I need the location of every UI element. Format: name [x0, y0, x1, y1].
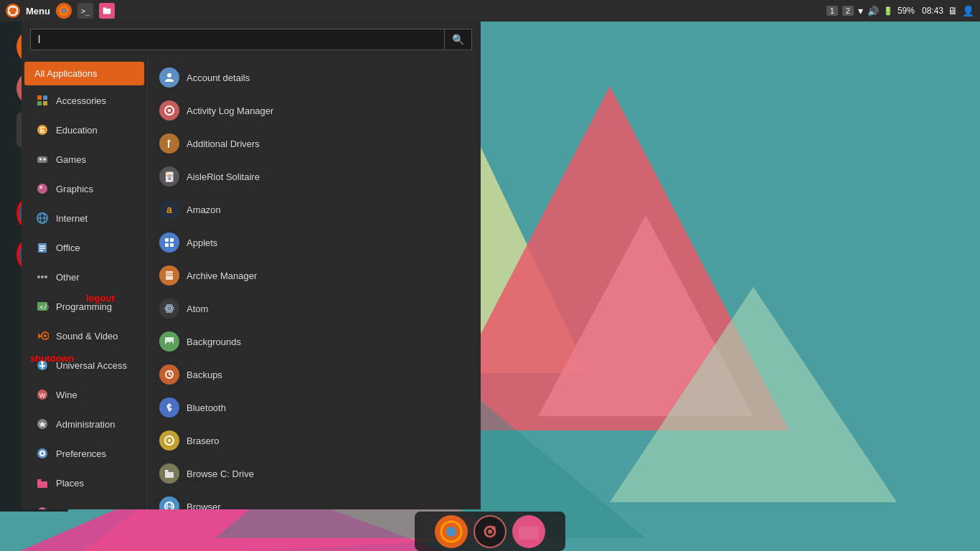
panel-terminal-icon[interactable]: >_ [77, 3, 93, 19]
user-icon: 👤 [962, 5, 974, 17]
app-backups[interactable]: Backups [148, 358, 481, 391]
app-name: Amazon [187, 204, 221, 215]
category-universal-access[interactable]: Universal Access [24, 351, 144, 380]
ubuntu-logo [6, 4, 20, 18]
svg-rect-33 [43, 101, 47, 105]
categories-panel: All Applications Accessories [22, 57, 147, 509]
svg-rect-88 [165, 472, 174, 478]
svg-rect-66 [37, 481, 47, 488]
app-icon [159, 100, 179, 121]
accessories-icon [34, 93, 50, 108]
app-applets[interactable]: Applets [148, 226, 481, 259]
app-amazon[interactable]: a Amazon [148, 193, 481, 226]
svg-point-82 [169, 308, 171, 310]
svg-rect-74 [165, 243, 169, 247]
app-name: Backups [187, 369, 222, 380]
svg-text:E: E [40, 126, 45, 134]
category-places[interactable]: Places [24, 468, 144, 497]
category-administration[interactable]: Administration [24, 410, 144, 438]
search-input[interactable] [30, 29, 445, 50]
clock: 08:43 [922, 6, 943, 16]
app-icon [159, 133, 179, 154]
app-icon: 🃏 [159, 166, 179, 187]
app-atom[interactable]: Atom [148, 292, 481, 325]
category-label: Programming [56, 301, 112, 312]
app-brasero[interactable]: Brasero [148, 424, 481, 457]
app-backgrounds[interactable]: Backgrounds [148, 325, 481, 358]
category-label: Internet [56, 213, 88, 224]
app-browse-c-drive[interactable]: Browse C: Drive [148, 457, 481, 490]
app-name: Bluetooth [187, 402, 226, 413]
menu-label[interactable]: Menu [26, 6, 50, 17]
category-games[interactable]: Games [24, 145, 144, 174]
panel-firefox-icon[interactable] [56, 3, 72, 19]
category-other[interactable]: Other [24, 263, 144, 291]
app-bluetooth[interactable]: Bluetooth [148, 391, 481, 424]
category-internet[interactable]: Internet [24, 204, 144, 232]
search-bar: 🔍 [22, 22, 481, 57]
menu-content: All Applications Accessories [22, 57, 481, 509]
category-office[interactable]: Office [24, 233, 144, 262]
app-icon [159, 430, 179, 451]
category-graphics[interactable]: Graphics [24, 174, 144, 203]
svg-rect-31 [43, 95, 47, 100]
app-additional-drivers[interactable]: Additional Drivers [148, 127, 481, 160]
administration-icon [34, 416, 50, 432]
app-name: Browser [187, 501, 221, 510]
category-recent-files[interactable]: Recent Files [24, 498, 144, 509]
category-preferences[interactable]: Preferences [24, 439, 144, 468]
svg-point-103 [488, 529, 492, 534]
panel-menu[interactable]: Menu >_ [0, 0, 121, 22]
office-icon [34, 240, 50, 255]
taskbar-camera[interactable] [473, 515, 507, 548]
display-icon: 🖥 [948, 5, 958, 17]
app-name: Brasero [187, 435, 220, 446]
workspace-1[interactable]: 1 [826, 6, 838, 16]
games-icon [34, 151, 50, 167]
app-icon [159, 67, 179, 88]
app-aisleriot-solitaire[interactable]: 🃏 AisleRiot Solitaire [148, 160, 481, 193]
app-name: Applets [187, 237, 217, 248]
category-programming[interactable]: </> Programming [24, 292, 144, 321]
search-button[interactable]: 🔍 [445, 29, 472, 50]
taskbar-files[interactable] [512, 515, 545, 548]
svg-rect-75 [170, 243, 174, 247]
category-education[interactable]: E Education [24, 116, 144, 144]
svg-point-71 [168, 109, 171, 112]
app-browser[interactable]: Browser [148, 490, 481, 509]
graphics-icon [34, 181, 50, 197]
battery-icon: 🔋 [883, 6, 893, 16]
workspace-2[interactable]: 2 [842, 6, 854, 16]
svg-marker-106 [519, 524, 527, 527]
app-icon [159, 232, 179, 253]
app-account-details[interactable]: Account details [148, 61, 481, 94]
app-activity-log-manager[interactable]: Activity Log Manager [148, 94, 481, 127]
app-menu: 🔍 All Applications Accessories [22, 22, 481, 509]
apps-list: Account details Activity Log Manager [147, 57, 481, 509]
app-name: Additional Drivers [187, 138, 260, 149]
category-sound-video[interactable]: Sound & Video [24, 321, 144, 350]
category-label: Administration [56, 419, 115, 430]
app-icon [159, 496, 179, 509]
category-label: All Applications [34, 68, 97, 79]
app-archive-manager[interactable]: Archive Manager [148, 259, 481, 292]
taskbar-firefox[interactable] [435, 515, 468, 548]
category-label: Other [56, 272, 80, 283]
svg-point-69 [167, 73, 171, 77]
category-label: Places [56, 478, 84, 489]
svg-point-58 [41, 361, 44, 364]
universal-access-icon [34, 357, 50, 373]
category-accessories[interactable]: Accessories [24, 86, 144, 115]
wifi-icon: ▾ [858, 5, 863, 17]
category-all-applications[interactable]: All Applications [24, 62, 144, 85]
app-icon [159, 364, 179, 385]
svg-rect-14 [103, 9, 111, 14]
app-name: Backgrounds [187, 336, 241, 347]
app-icon [159, 298, 179, 319]
battery-percent: 59% [897, 6, 915, 16]
svg-point-40 [37, 184, 47, 194]
category-wine[interactable]: W Wine [24, 380, 144, 409]
panel-files-icon[interactable] [99, 3, 115, 19]
svg-point-11 [8, 11, 11, 14]
app-name: Atom [187, 303, 208, 314]
